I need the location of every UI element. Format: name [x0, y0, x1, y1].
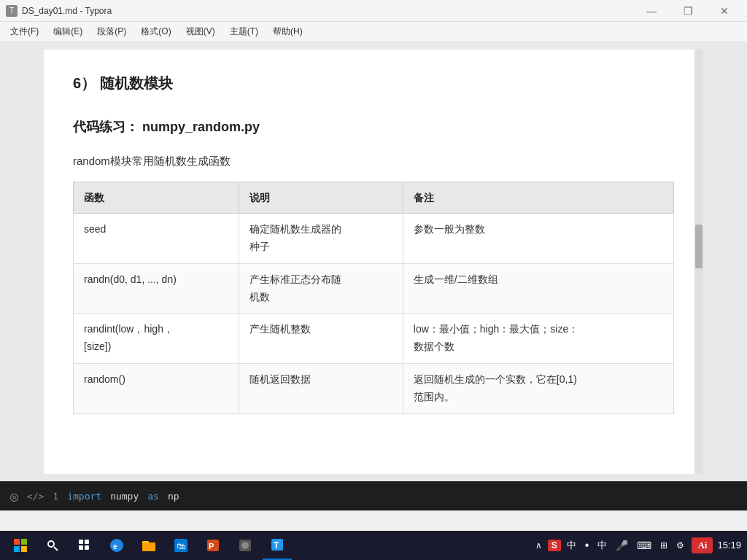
svg-rect-9	[85, 545, 89, 550]
table-cell-func: random()	[74, 363, 239, 413]
svg-text:T: T	[274, 540, 279, 551]
menu-view[interactable]: 视图(V)	[179, 23, 222, 41]
window-controls: — ❐ ✕	[635, 0, 741, 22]
tray-ime-mode[interactable]: 中	[564, 537, 579, 553]
close-button[interactable]: ✕	[708, 0, 741, 22]
svg-rect-12	[142, 542, 155, 551]
table-row: randint(low，high，[size]) 产生随机整数 low：最小值；…	[74, 314, 674, 364]
svg-point-4	[48, 541, 54, 547]
tray-sohu[interactable]: S	[548, 540, 561, 551]
title-bar-left: T DS_day01.md - Typora	[6, 5, 112, 17]
minimize-button[interactable]: —	[635, 0, 668, 22]
menu-bar: 文件(F) 编辑(E) 段落(P) 格式(O) 视图(V) 主题(T) 帮助(H…	[0, 22, 747, 42]
table-cell-func: seed	[74, 214, 239, 264]
content-area: 6） 随机数模块 代码练习： numpy_random.py random模块常…	[0, 42, 747, 481]
ai-indicator[interactable]: Ai	[692, 537, 713, 553]
svg-text:P: P	[209, 542, 214, 551]
taskbar-app-store[interactable]: 🛍	[166, 531, 196, 560]
task-view-button[interactable]	[70, 531, 99, 560]
menu-file[interactable]: 文件(F)	[3, 23, 46, 41]
description-text: random模块常用随机数生成函数	[73, 152, 674, 170]
table-row: random() 随机返回数据 返回随机生成的一个实数，它在[0,1)范围内。	[74, 363, 674, 413]
tray-mic[interactable]: 🎤	[613, 538, 631, 553]
typora-icon: T	[6, 5, 18, 17]
function-table: 函数 说明 备注 seed 确定随机数生成器的种子 参数一般为整数 randn(…	[73, 182, 674, 414]
code-module-numpy: numpy	[110, 491, 139, 502]
taskbar-app-typora[interactable]: T	[263, 531, 292, 560]
svg-line-5	[54, 547, 58, 551]
menu-theme[interactable]: 主题(T)	[222, 23, 266, 41]
svg-rect-2	[14, 546, 20, 552]
svg-rect-1	[21, 539, 27, 545]
table-header-note: 备注	[403, 182, 673, 213]
svg-text:e: e	[113, 542, 117, 551]
menu-help[interactable]: 帮助(H)	[266, 23, 310, 41]
taskbar-app-edge[interactable]: e	[102, 531, 131, 560]
table-row: randn(d0, d1, ..., dn) 产生标准正态分布随机数 生成一维/…	[74, 263, 674, 314]
code-bar: ◎ </> 1 import numpy as np	[0, 481, 747, 510]
window-title: DS_day01.md - Typora	[22, 6, 112, 16]
taskbar-app-misc1[interactable]	[231, 531, 260, 560]
start-button[interactable]	[6, 531, 35, 560]
table-header-func: 函数	[74, 182, 239, 213]
table-cell-note: 参数一般为整数	[403, 214, 673, 264]
svg-rect-8	[79, 545, 83, 550]
table-cell-func: randint(low，high，[size])	[74, 314, 239, 364]
code-alias-np: np	[168, 491, 179, 502]
system-tray: ∧ S 中 • 中 🎤 ⌨ ⊞ ⚙	[533, 537, 688, 553]
table-cell-note: low：最小值；high：最大值；size：数据个数	[403, 314, 673, 364]
menu-format[interactable]: 格式(O)	[133, 23, 178, 41]
svg-rect-3	[21, 546, 27, 552]
tray-dot[interactable]: •	[582, 537, 592, 553]
table-cell-desc: 产生标准正态分布随机数	[239, 263, 403, 314]
tray-keyboard[interactable]: ⌨	[634, 538, 654, 553]
menu-edit[interactable]: 编辑(E)	[46, 23, 90, 41]
tray-settings[interactable]: ⚙	[673, 539, 687, 552]
menu-paragraph[interactable]: 段落(P)	[90, 23, 133, 41]
svg-point-19	[241, 542, 249, 549]
time-display: 15:19	[717, 540, 741, 552]
table-cell-desc: 产生随机整数	[239, 314, 403, 364]
table-cell-desc: 确定随机数生成器的种子	[239, 214, 403, 264]
svg-rect-13	[142, 541, 149, 543]
svg-rect-0	[14, 539, 20, 545]
section-title: 6） 随机数模块	[73, 71, 674, 95]
ime-bar	[0, 510, 747, 531]
svg-text:🛍: 🛍	[177, 541, 185, 551]
svg-rect-6	[79, 540, 83, 544]
taskbar: e 🛍 P	[0, 531, 747, 560]
table-row: seed 确定随机数生成器的种子 参数一般为整数	[74, 214, 674, 264]
taskbar-right: ∧ S 中 • 中 🎤 ⌨ ⊞ ⚙ Ai 15:19	[533, 537, 741, 553]
search-button[interactable]	[38, 531, 67, 560]
code-bar-line-num: 1	[53, 491, 58, 502]
taskbar-app-explorer[interactable]	[134, 531, 163, 560]
document-content: 6） 随机数模块 代码练习： numpy_random.py random模块常…	[44, 50, 703, 474]
tray-expand[interactable]: ∧	[533, 539, 545, 552]
code-keyword-import: import	[67, 491, 101, 502]
table-cell-note: 返回随机生成的一个实数，它在[0,1)范围内。	[403, 363, 673, 413]
tray-apps[interactable]: ⊞	[657, 539, 670, 552]
code-bar-html-icon: </>	[27, 491, 44, 502]
svg-rect-7	[85, 540, 89, 544]
table-cell-func: randn(d0, d1, ..., dn)	[74, 263, 239, 314]
title-bar: T DS_day01.md - Typora — ❐ ✕	[0, 0, 747, 22]
scrollbar[interactable]	[694, 50, 703, 474]
maximize-button[interactable]: ❐	[671, 0, 705, 22]
tray-chinese-label[interactable]: 中	[595, 537, 610, 553]
table-cell-desc: 随机返回数据	[239, 363, 403, 413]
code-exercise-title: 代码练习： numpy_random.py	[73, 117, 674, 138]
taskbar-app-powerpoint[interactable]: P	[198, 531, 228, 560]
table-header-desc: 说明	[239, 182, 403, 213]
code-keyword-as: as	[147, 491, 159, 502]
table-cell-note: 生成一维/二维数组	[403, 263, 673, 314]
clock: 15:19	[717, 540, 741, 552]
code-bar-circle-icon: ◎	[10, 489, 18, 504]
taskbar-left: e 🛍 P	[6, 531, 292, 560]
scrollbar-thumb[interactable]	[695, 225, 703, 268]
